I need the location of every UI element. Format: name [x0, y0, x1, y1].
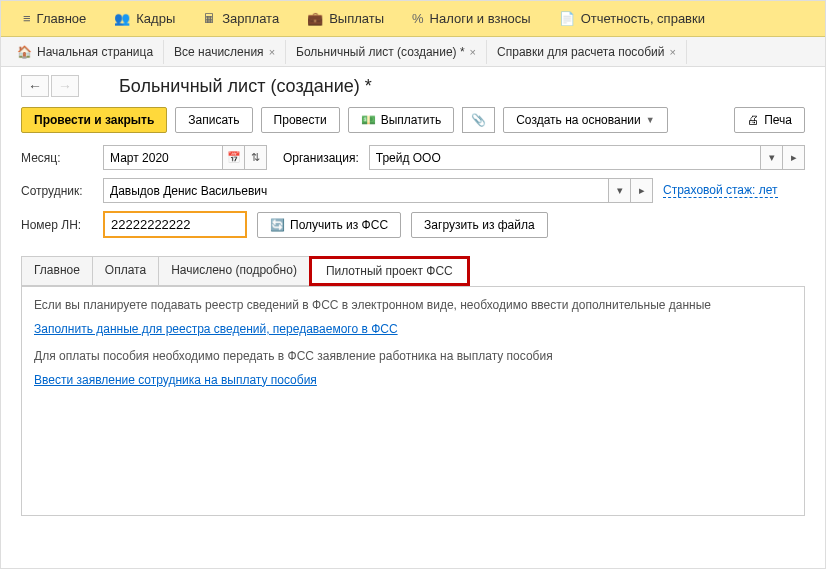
people-icon: 👥	[114, 11, 130, 26]
enter-statement-link[interactable]: Ввести заявление сотрудника на выплату п…	[34, 373, 317, 387]
chevron-down-icon: ▾	[769, 151, 775, 164]
print-label: Печа	[764, 113, 792, 127]
employee-open[interactable]: ▸	[631, 178, 653, 203]
ln-label: Номер ЛН:	[21, 218, 93, 232]
nav-payments[interactable]: 💼 Выплаты	[293, 11, 398, 26]
close-icon[interactable]: ×	[470, 46, 476, 58]
pay-icon: 💵	[361, 113, 376, 127]
org-label: Организация:	[283, 151, 359, 165]
top-navigation: ≡ Главное 👥 Кадры 🖩 Зарплата 💼 Выплаты %…	[1, 1, 825, 37]
pay-label: Выплатить	[381, 113, 442, 127]
get-fss-label: Получить из ФСС	[290, 218, 388, 232]
nav-payments-label: Выплаты	[329, 11, 384, 26]
content-panel: Если вы планируете подавать реестр сведе…	[21, 286, 805, 516]
tab-all-accruals[interactable]: Все начисления ×	[164, 40, 286, 64]
tabs-row: Главное Оплата Начислено (подробно) Пило…	[1, 252, 825, 286]
employee-label: Сотрудник:	[21, 184, 93, 198]
open-icon: ▸	[791, 151, 797, 164]
tab-all-label: Все начисления	[174, 45, 264, 59]
calendar-icon: 📅	[227, 151, 241, 164]
pay-button[interactable]: 💵 Выплатить	[348, 107, 455, 133]
tab-pilot-fss[interactable]: Пилотный проект ФСС	[309, 256, 470, 286]
chevron-down-icon: ▾	[617, 184, 623, 197]
nav-reports[interactable]: 📄 Отчетность, справки	[545, 11, 719, 26]
form-area: Месяц: Март 2020 📅 ⇅ Организация: Трейд …	[1, 139, 825, 252]
nav-salary-label: Зарплата	[222, 11, 279, 26]
ln-row: Номер ЛН: 🔄 Получить из ФСС Загрузить из…	[21, 211, 805, 238]
nav-back-button[interactable]: ←	[21, 75, 49, 97]
save-button[interactable]: Записать	[175, 107, 252, 133]
employee-input[interactable]: Давыдов Денис Васильевич	[103, 178, 609, 203]
info-text-2: Для оплаты пособия необходимо передать в…	[34, 348, 792, 365]
nav-reports-label: Отчетность, справки	[581, 11, 705, 26]
document-icon: 📄	[559, 11, 575, 26]
ln-number-input[interactable]	[103, 211, 247, 238]
fss-icon: 🔄	[270, 218, 285, 232]
close-icon[interactable]: ×	[269, 46, 275, 58]
tab-current-doc[interactable]: Больничный лист (создание) * ×	[286, 40, 487, 64]
action-bar: Провести и закрыть Записать Провести 💵 В…	[1, 101, 825, 139]
tab-current-label: Больничный лист (создание) *	[296, 45, 465, 59]
load-file-button[interactable]: Загрузить из файла	[411, 212, 548, 238]
wallet-icon: 💼	[307, 11, 323, 26]
home-icon: 🏠	[17, 45, 32, 59]
printer-icon: 🖨	[747, 113, 759, 127]
nav-staff-label: Кадры	[136, 11, 175, 26]
calendar-button[interactable]: 📅	[223, 145, 245, 170]
insurance-link[interactable]: Страховой стаж: лет	[663, 183, 778, 198]
calculator-icon: 🖩	[203, 11, 216, 26]
post-close-button[interactable]: Провести и закрыть	[21, 107, 167, 133]
employee-row: Сотрудник: Давыдов Денис Васильевич ▾ ▸ …	[21, 178, 805, 203]
close-icon[interactable]: ×	[669, 46, 675, 58]
chevron-down-icon: ▼	[646, 115, 655, 125]
print-button[interactable]: 🖨 Печа	[734, 107, 805, 133]
info-text-1: Если вы планируете подавать реестр сведе…	[34, 297, 792, 314]
menu-icon: ≡	[23, 11, 31, 26]
org-dropdown[interactable]: ▾	[761, 145, 783, 170]
fill-registry-link[interactable]: Заполнить данные для реестра сведений, п…	[34, 322, 398, 336]
attach-button[interactable]: 📎	[462, 107, 495, 133]
month-stepper[interactable]: ⇅	[245, 145, 267, 170]
tab-main[interactable]: Главное	[21, 256, 93, 286]
nav-taxes-label: Налоги и взносы	[430, 11, 531, 26]
month-row: Месяц: Март 2020 📅 ⇅ Организация: Трейд …	[21, 145, 805, 170]
nav-main[interactable]: ≡ Главное	[9, 11, 100, 26]
page-title: Больничный лист (создание) *	[119, 76, 372, 97]
employee-dropdown[interactable]: ▾	[609, 178, 631, 203]
nav-staff[interactable]: 👥 Кадры	[100, 11, 189, 26]
month-input[interactable]: Март 2020	[103, 145, 223, 170]
create-by-button[interactable]: Создать на основании ▼	[503, 107, 667, 133]
create-by-label: Создать на основании	[516, 113, 641, 127]
nav-salary[interactable]: 🖩 Зарплата	[189, 11, 293, 26]
toolbar-nav: ← → Больничный лист (создание) *	[1, 67, 825, 101]
get-fss-button[interactable]: 🔄 Получить из ФСС	[257, 212, 401, 238]
tab-benefit-label: Справки для расчета пособий	[497, 45, 664, 59]
tab-home-label: Начальная страница	[37, 45, 153, 59]
section-tabs: 🏠 Начальная страница Все начисления × Бо…	[1, 37, 825, 67]
post-button[interactable]: Провести	[261, 107, 340, 133]
open-icon: ▸	[639, 184, 645, 197]
nav-arrows: ← →	[21, 75, 79, 97]
tab-payment[interactable]: Оплата	[92, 256, 159, 286]
percent-icon: %	[412, 11, 424, 26]
month-label: Месяц:	[21, 151, 93, 165]
tab-home[interactable]: 🏠 Начальная страница	[7, 40, 164, 64]
paperclip-icon: 📎	[471, 113, 486, 127]
nav-forward-button[interactable]: →	[51, 75, 79, 97]
org-open[interactable]: ▸	[783, 145, 805, 170]
nav-taxes[interactable]: % Налоги и взносы	[398, 11, 545, 26]
nav-main-label: Главное	[37, 11, 87, 26]
tab-accrued[interactable]: Начислено (подробно)	[158, 256, 310, 286]
tab-benefit-refs[interactable]: Справки для расчета пособий ×	[487, 40, 687, 64]
updown-icon: ⇅	[251, 151, 260, 164]
org-input[interactable]: Трейд ООО	[369, 145, 761, 170]
